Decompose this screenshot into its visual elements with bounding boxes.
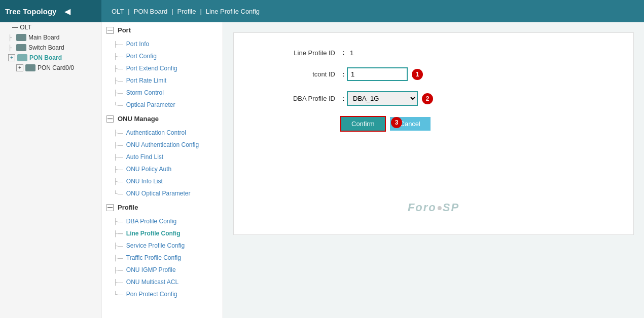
onu-policy-auth-label: ONU Policy Auth xyxy=(126,166,171,173)
breadcrumb-pon-board[interactable]: PON Board xyxy=(134,8,167,15)
buttons-row: Confirm 3 Cancel xyxy=(254,116,613,132)
step2-badge: 2 xyxy=(422,93,433,104)
colon2: ： xyxy=(340,70,347,79)
nav-section-port[interactable]: — Port xyxy=(101,22,223,38)
profile-section-label: Profile xyxy=(118,204,138,211)
nav-item-onu-policy-auth[interactable]: ├— ONU Policy Auth xyxy=(101,163,223,175)
nav-item-onu-igmp-profile[interactable]: ├— ONU IGMP Profile xyxy=(101,264,223,276)
conn: ├— xyxy=(114,230,123,236)
profile-items: ├— DBA Profile Config ├— Line Profile Co… xyxy=(101,215,223,300)
nav-item-authentication-control[interactable]: ├— Authentication Control xyxy=(101,127,223,139)
nav-item-port-info[interactable]: ├— Port Info xyxy=(101,38,223,50)
optical-parameter-label: Optical Parameter xyxy=(126,101,175,108)
port-section-icon: — xyxy=(106,27,114,34)
sidebar-item-main-board[interactable]: ├ Main Board xyxy=(0,32,101,43)
pon-card-label: PON Card0/0 xyxy=(38,64,74,71)
conn: └— xyxy=(114,190,123,196)
tcont-id-input[interactable] xyxy=(347,67,408,81)
port-section-label: Port xyxy=(118,26,131,34)
pon-protect-config-label: Pon Protect Config xyxy=(126,291,177,298)
port-rate-limit-label: Port Rate Limit xyxy=(126,77,166,84)
storm-control-label: Storm Control xyxy=(126,89,164,96)
nav-item-service-profile-config[interactable]: ├— Service Profile Config xyxy=(101,240,223,252)
breadcrumb-sep3: | xyxy=(200,8,201,15)
onu-igmp-profile-label: ONU IGMP Profile xyxy=(126,266,176,273)
colon1: ： xyxy=(340,48,347,57)
line-profile-id-row: Line Profile ID ： 1 xyxy=(254,48,613,57)
main-layout: — OLT ├ Main Board ├ Switch Board + PON … xyxy=(0,22,644,318)
traffic-profile-config-label: Traffic Profile Config xyxy=(126,254,181,261)
nav-item-auto-find-list[interactable]: ├— Auto Find List xyxy=(101,151,223,163)
main-panel: Line Profile ID ： 1 tcont ID ： 1 DBA Pro… xyxy=(223,22,644,318)
nav-item-pon-protect-config[interactable]: └— Pon Protect Config xyxy=(101,288,223,300)
main-board-icon xyxy=(16,34,26,41)
onu-multicast-acl-label: ONU Multicast ACL xyxy=(126,279,178,286)
nav-item-dba-profile-config[interactable]: ├— DBA Profile Config xyxy=(101,215,223,227)
nav-item-port-extend-config[interactable]: ├— Port Extend Config xyxy=(101,62,223,74)
nav-item-port-config[interactable]: ├— Port Config xyxy=(101,50,223,62)
port-config-label: Port Config xyxy=(126,53,157,60)
tcont-id-row: tcont ID ： 1 xyxy=(254,67,613,81)
dba-profile-config-label: DBA Profile Config xyxy=(126,218,176,225)
pon-board-label: PON Board xyxy=(29,54,62,61)
port-items: ├— Port Info ├— Port Config ├— Port Exte… xyxy=(101,38,223,111)
nav-item-line-profile-config[interactable]: ├— Line Profile Config xyxy=(101,227,223,240)
conn: ├— xyxy=(114,243,123,249)
tcont-id-label: tcont ID xyxy=(254,70,335,78)
main-board-label: Main Board xyxy=(28,34,59,41)
nav-item-storm-control[interactable]: ├— Storm Control xyxy=(101,87,223,99)
conn: ├— xyxy=(114,130,123,136)
dba-profile-id-label: DBA Profile ID xyxy=(254,95,335,102)
conn: ├— xyxy=(114,178,123,184)
nav-item-onu-auth-config[interactable]: ├— ONU Authentication Config xyxy=(101,139,223,151)
pon-board-icon xyxy=(17,54,27,61)
confirm-button[interactable]: Confirm xyxy=(340,116,386,132)
nav-item-onu-optical-parameter[interactable]: └— ONU Optical Parameter xyxy=(101,187,223,200)
pon-card-expand[interactable]: + xyxy=(16,64,23,71)
pon-card-icon xyxy=(25,64,35,71)
onu-optical-parameter-label: ONU Optical Parameter xyxy=(126,190,191,197)
conn: ├— xyxy=(114,166,123,172)
collapse-button[interactable]: ◀ xyxy=(60,7,75,16)
nav-item-traffic-profile-config[interactable]: ├— Traffic Profile Config xyxy=(101,252,223,264)
nav-item-onu-multicast-acl[interactable]: ├— ONU Multicast ACL xyxy=(101,276,223,288)
breadcrumb-olt[interactable]: OLT xyxy=(112,8,124,15)
port-extend-config-label: Port Extend Config xyxy=(126,65,177,72)
line-profile-id-label: Line Profile ID xyxy=(254,49,335,57)
conn: ├— xyxy=(114,77,123,84)
pon-board-expand[interactable]: + xyxy=(8,54,15,61)
sidebar: — OLT ├ Main Board ├ Switch Board + PON … xyxy=(0,22,101,318)
line-profile-config-label: Line Profile Config xyxy=(126,230,181,237)
sidebar-item-switch-board[interactable]: ├ Switch Board xyxy=(0,43,101,53)
step3-badge: 3 xyxy=(391,117,402,128)
colon3: ： xyxy=(340,94,347,103)
form-card: Line Profile ID ： 1 tcont ID ： 1 DBA Pro… xyxy=(233,32,634,235)
breadcrumb-sep2: | xyxy=(171,8,173,15)
onu-manage-section-label: ONU Manage xyxy=(118,115,159,123)
conn: ├— xyxy=(114,154,123,160)
conn: └— xyxy=(114,102,123,108)
sidebar-item-pon-board[interactable]: + PON Board xyxy=(0,53,101,63)
switch-board-label: Switch Board xyxy=(28,44,64,51)
nav-item-optical-parameter[interactable]: └— Optical Parameter xyxy=(101,99,223,111)
dba-profile-id-select[interactable]: DBA_1G DBA_2G DBA_512M xyxy=(347,91,418,106)
connector: ├ xyxy=(8,45,16,51)
conn: ├— xyxy=(114,41,123,47)
connector: ├ xyxy=(8,34,16,41)
olt-label: — OLT xyxy=(12,24,31,31)
onu-info-list-label: ONU Info List xyxy=(126,178,163,185)
watermark: ForoSP xyxy=(408,200,459,214)
nav-item-onu-info-list[interactable]: ├— ONU Info List xyxy=(101,175,223,187)
sidebar-item-olt[interactable]: — OLT xyxy=(0,22,101,32)
nav-section-profile[interactable]: — Profile xyxy=(101,200,223,215)
nav-panel: — Port ├— Port Info ├— Port Config ├— Po… xyxy=(101,22,223,318)
breadcrumb-sep1: | xyxy=(128,8,129,15)
conn: ├— xyxy=(114,53,123,59)
sidebar-item-pon-card[interactable]: + PON Card0/0 xyxy=(0,63,101,73)
nav-item-port-rate-limit[interactable]: ├— Port Rate Limit xyxy=(101,74,223,87)
auto-find-list-label: Auto Find List xyxy=(126,153,163,161)
nav-section-onu-manage[interactable]: — ONU Manage xyxy=(101,111,223,127)
breadcrumb-profile[interactable]: Profile xyxy=(177,8,196,15)
breadcrumb: OLT | PON Board | Profile | Line Profile… xyxy=(101,0,270,22)
conn: ├— xyxy=(114,65,123,71)
